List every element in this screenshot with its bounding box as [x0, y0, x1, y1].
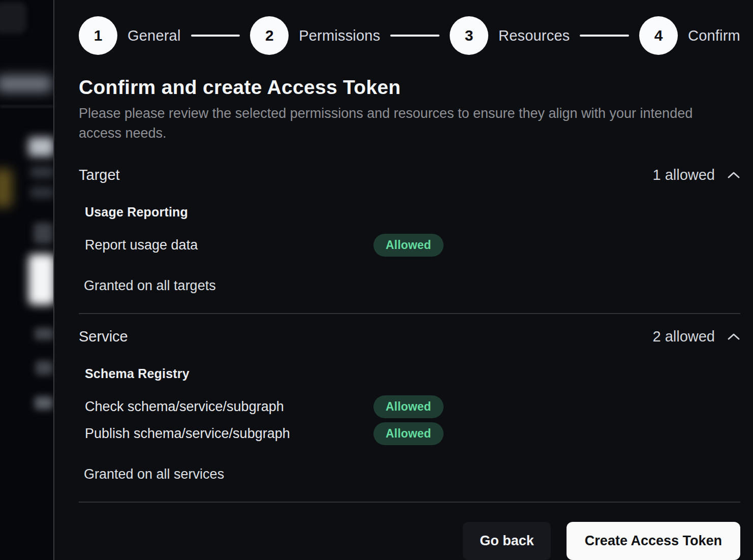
granted-note: Granted on all targets: [84, 278, 740, 294]
permission-group: Schema Registry Check schema/service/sub…: [85, 366, 740, 445]
granted-note: Granted on all services: [84, 466, 740, 482]
permission-label: Report usage data: [85, 237, 373, 253]
blurred-divider-shape: [0, 106, 53, 107]
permission-label: Check schema/service/subgraph: [85, 399, 373, 415]
create-access-token-button[interactable]: Create Access Token: [567, 522, 740, 560]
step-connector: [580, 35, 629, 37]
section-summary: 2 allowed: [652, 328, 740, 345]
blurred-box-shape: [34, 223, 53, 244]
allowed-count: 2 allowed: [652, 328, 715, 345]
step-permissions[interactable]: 2 Permissions: [250, 16, 380, 55]
target-section: Target 1 allowed Usage Reporting Report …: [79, 167, 740, 294]
target-section-header[interactable]: Target 1 allowed: [79, 167, 740, 183]
step-connector: [191, 35, 240, 37]
service-section: Service 2 allowed Schema Registry Check …: [79, 328, 740, 482]
chevron-up-icon: [727, 332, 740, 341]
step-confirm[interactable]: 4 Confirm: [639, 16, 740, 55]
background-sidebar: [0, 0, 53, 560]
service-section-header[interactable]: Service 2 allowed: [79, 328, 740, 345]
allowed-badge: Allowed: [373, 422, 444, 445]
step-label: Confirm: [688, 27, 740, 44]
allowed-badge: Allowed: [373, 234, 444, 257]
footer-divider: [79, 502, 740, 503]
blurred-nav-text-shape: [0, 75, 52, 92]
step-resources[interactable]: 3 Resources: [450, 16, 570, 55]
permission-row: Publish schema/service/subgraph Allowed: [85, 422, 740, 445]
step-number-circle: 2: [250, 16, 289, 55]
page-title: Confirm and create Access Token: [79, 76, 740, 99]
blurred-text-shape: [30, 187, 53, 198]
allowed-badge: Allowed: [373, 395, 444, 418]
section-title: Target: [79, 167, 120, 183]
create-access-token-modal: 1 General 2 Permissions 3 Resources 4 Co…: [53, 0, 753, 560]
step-label: Permissions: [299, 27, 380, 44]
permission-row: Check schema/service/subgraph Allowed: [85, 395, 740, 418]
section-summary: 1 allowed: [652, 167, 740, 183]
step-label: General: [128, 27, 181, 44]
wizard-stepper: 1 General 2 Permissions 3 Resources 4 Co…: [79, 16, 740, 55]
modal-footer: Go back Create Access Token: [79, 522, 740, 560]
section-divider: [79, 313, 740, 314]
blurred-text-shape: [36, 361, 53, 375]
permission-group: Usage Reporting Report usage data Allowe…: [85, 205, 740, 257]
go-back-button[interactable]: Go back: [463, 522, 551, 560]
step-number-circle: 4: [639, 16, 678, 55]
blurred-heading-shape: [28, 137, 53, 157]
permission-row: Report usage data Allowed: [85, 234, 740, 257]
step-general[interactable]: 1 General: [79, 16, 181, 55]
permission-group-title: Schema Registry: [85, 366, 740, 381]
blurred-text-shape: [35, 328, 53, 340]
page-subtitle: Please please review the selected permis…: [79, 104, 724, 143]
blurred-button-shape: [28, 254, 53, 305]
blurred-warning-shape: [0, 169, 12, 207]
chevron-up-icon: [727, 171, 740, 180]
step-label: Resources: [498, 27, 570, 44]
blurred-logo-shape: [0, 2, 26, 34]
blurred-text-shape: [35, 396, 53, 410]
permission-label: Publish schema/service/subgraph: [85, 426, 373, 442]
step-number-circle: 1: [79, 16, 117, 55]
permission-group-title: Usage Reporting: [85, 205, 740, 220]
step-connector: [390, 35, 440, 37]
allowed-count: 1 allowed: [652, 167, 715, 183]
step-number-circle: 3: [450, 16, 488, 55]
blurred-text-shape: [30, 167, 53, 178]
section-title: Service: [79, 328, 128, 345]
